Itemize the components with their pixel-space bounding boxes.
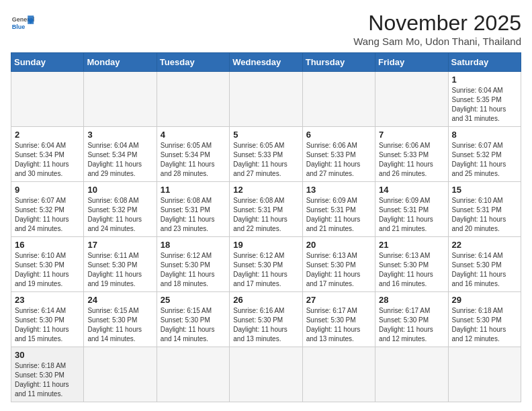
day-info: Sunrise: 6:06 AMSunset: 5:33 PMDaylight:… [379, 141, 444, 179]
day-number: 27 [306, 295, 371, 305]
calendar-week-4: 23Sunrise: 6:14 AMSunset: 5:30 PMDayligh… [11, 292, 521, 347]
day-number: 5 [233, 130, 298, 140]
calendar-cell: 14Sunrise: 6:09 AMSunset: 5:31 PMDayligh… [375, 182, 448, 237]
calendar-week-5: 30Sunrise: 6:18 AMSunset: 5:30 PMDayligh… [11, 347, 521, 402]
day-number: 4 [161, 130, 226, 140]
day-info: Sunrise: 6:09 AMSunset: 5:31 PMDaylight:… [379, 196, 444, 234]
calendar-cell: 28Sunrise: 6:17 AMSunset: 5:30 PMDayligh… [375, 292, 448, 347]
day-info: Sunrise: 6:15 AMSunset: 5:30 PMDaylight:… [161, 306, 226, 344]
day-info: Sunrise: 6:12 AMSunset: 5:30 PMDaylight:… [233, 251, 298, 289]
day-info: Sunrise: 6:04 AMSunset: 5:34 PMDaylight:… [15, 141, 80, 179]
calendar-cell [375, 347, 448, 402]
day-number: 7 [379, 130, 444, 140]
month-year-title: November 2025 [353, 11, 521, 36]
day-number: 17 [87, 240, 152, 250]
calendar-cell: 25Sunrise: 6:15 AMSunset: 5:30 PMDayligh… [157, 292, 229, 347]
calendar-cell: 22Sunrise: 6:14 AMSunset: 5:30 PMDayligh… [448, 237, 521, 292]
location-subtitle: Wang Sam Mo, Udon Thani, Thailand [353, 36, 521, 47]
day-number: 8 [452, 130, 517, 140]
calendar-cell [230, 347, 302, 402]
calendar-week-2: 9Sunrise: 6:07 AMSunset: 5:32 PMDaylight… [11, 182, 521, 237]
day-info: Sunrise: 6:10 AMSunset: 5:30 PMDaylight:… [15, 251, 80, 289]
calendar-cell: 19Sunrise: 6:12 AMSunset: 5:30 PMDayligh… [230, 237, 302, 292]
day-number: 13 [306, 185, 371, 195]
calendar-cell: 30Sunrise: 6:18 AMSunset: 5:30 PMDayligh… [11, 347, 84, 402]
calendar-cell: 12Sunrise: 6:08 AMSunset: 5:31 PMDayligh… [230, 182, 302, 237]
page-header: General Blue November 2025 Wang Sam Mo, … [11, 11, 521, 47]
calendar-cell [375, 72, 448, 127]
day-info: Sunrise: 6:17 AMSunset: 5:30 PMDaylight:… [379, 306, 444, 344]
calendar-cell [84, 347, 157, 402]
day-number: 14 [379, 185, 444, 195]
calendar-week-0: 1Sunrise: 6:04 AMSunset: 5:35 PMDaylight… [11, 72, 521, 127]
calendar-cell: 11Sunrise: 6:08 AMSunset: 5:31 PMDayligh… [157, 182, 229, 237]
day-number: 16 [15, 240, 80, 250]
day-number: 3 [87, 130, 152, 140]
weekday-header-friday: Friday [375, 53, 448, 72]
day-number: 10 [87, 185, 152, 195]
calendar-cell: 3Sunrise: 6:04 AMSunset: 5:34 PMDaylight… [84, 127, 157, 182]
calendar-cell: 10Sunrise: 6:08 AMSunset: 5:32 PMDayligh… [84, 182, 157, 237]
day-number: 25 [161, 295, 226, 305]
calendar-cell [302, 72, 375, 127]
calendar-cell [84, 72, 157, 127]
day-number: 26 [233, 295, 298, 305]
day-number: 1 [452, 75, 517, 85]
day-info: Sunrise: 6:14 AMSunset: 5:30 PMDaylight:… [452, 251, 517, 289]
calendar-cell: 16Sunrise: 6:10 AMSunset: 5:30 PMDayligh… [11, 237, 84, 292]
calendar-cell [230, 72, 302, 127]
day-number: 23 [15, 295, 80, 305]
day-number: 30 [15, 350, 80, 360]
calendar-week-1: 2Sunrise: 6:04 AMSunset: 5:34 PMDaylight… [11, 127, 521, 182]
day-info: Sunrise: 6:13 AMSunset: 5:30 PMDaylight:… [379, 251, 444, 289]
calendar-week-3: 16Sunrise: 6:10 AMSunset: 5:30 PMDayligh… [11, 237, 521, 292]
title-section: November 2025 Wang Sam Mo, Udon Thani, T… [353, 11, 521, 47]
day-number: 28 [379, 295, 444, 305]
calendar-cell: 4Sunrise: 6:05 AMSunset: 5:34 PMDaylight… [157, 127, 229, 182]
day-number: 18 [161, 240, 226, 250]
calendar-cell: 20Sunrise: 6:13 AMSunset: 5:30 PMDayligh… [302, 237, 375, 292]
day-info: Sunrise: 6:13 AMSunset: 5:30 PMDaylight:… [306, 251, 371, 289]
calendar-cell [11, 72, 84, 127]
calendar-cell [302, 347, 375, 402]
day-number: 21 [379, 240, 444, 250]
calendar-cell: 1Sunrise: 6:04 AMSunset: 5:35 PMDaylight… [448, 72, 521, 127]
day-info: Sunrise: 6:11 AMSunset: 5:30 PMDaylight:… [87, 251, 152, 289]
calendar-cell: 2Sunrise: 6:04 AMSunset: 5:34 PMDaylight… [11, 127, 84, 182]
weekday-header-saturday: Saturday [448, 53, 521, 72]
day-info: Sunrise: 6:18 AMSunset: 5:30 PMDaylight:… [15, 361, 80, 399]
day-number: 11 [161, 185, 226, 195]
day-info: Sunrise: 6:06 AMSunset: 5:33 PMDaylight:… [306, 141, 371, 179]
day-info: Sunrise: 6:08 AMSunset: 5:32 PMDaylight:… [87, 196, 152, 234]
day-number: 9 [15, 185, 80, 195]
day-info: Sunrise: 6:10 AMSunset: 5:31 PMDaylight:… [452, 196, 517, 234]
svg-text:Blue: Blue [12, 24, 26, 30]
calendar-cell: 15Sunrise: 6:10 AMSunset: 5:31 PMDayligh… [448, 182, 521, 237]
day-number: 15 [452, 185, 517, 195]
day-info: Sunrise: 6:15 AMSunset: 5:30 PMDaylight:… [87, 306, 152, 344]
weekday-header-wednesday: Wednesday [230, 53, 302, 72]
day-info: Sunrise: 6:08 AMSunset: 5:31 PMDaylight:… [161, 196, 226, 234]
calendar-cell: 7Sunrise: 6:06 AMSunset: 5:33 PMDaylight… [375, 127, 448, 182]
day-number: 22 [452, 240, 517, 250]
calendar-cell: 23Sunrise: 6:14 AMSunset: 5:30 PMDayligh… [11, 292, 84, 347]
day-info: Sunrise: 6:17 AMSunset: 5:30 PMDaylight:… [306, 306, 371, 344]
day-info: Sunrise: 6:14 AMSunset: 5:30 PMDaylight:… [15, 306, 80, 344]
calendar-cell: 26Sunrise: 6:16 AMSunset: 5:30 PMDayligh… [230, 292, 302, 347]
calendar-cell: 21Sunrise: 6:13 AMSunset: 5:30 PMDayligh… [375, 237, 448, 292]
calendar-cell: 5Sunrise: 6:05 AMSunset: 5:33 PMDaylight… [230, 127, 302, 182]
day-info: Sunrise: 6:09 AMSunset: 5:31 PMDaylight:… [306, 196, 371, 234]
calendar-cell [157, 72, 229, 127]
day-info: Sunrise: 6:07 AMSunset: 5:32 PMDaylight:… [452, 141, 517, 179]
day-number: 6 [306, 130, 371, 140]
day-number: 12 [233, 185, 298, 195]
day-info: Sunrise: 6:04 AMSunset: 5:35 PMDaylight:… [452, 86, 517, 124]
logo-icon: General Blue [11, 11, 35, 35]
day-info: Sunrise: 6:08 AMSunset: 5:31 PMDaylight:… [233, 196, 298, 234]
calendar-cell: 9Sunrise: 6:07 AMSunset: 5:32 PMDaylight… [11, 182, 84, 237]
calendar-cell: 29Sunrise: 6:18 AMSunset: 5:30 PMDayligh… [448, 292, 521, 347]
day-info: Sunrise: 6:05 AMSunset: 5:33 PMDaylight:… [233, 141, 298, 179]
day-info: Sunrise: 6:05 AMSunset: 5:34 PMDaylight:… [161, 141, 226, 179]
calendar-cell: 13Sunrise: 6:09 AMSunset: 5:31 PMDayligh… [302, 182, 375, 237]
calendar-cell: 18Sunrise: 6:12 AMSunset: 5:30 PMDayligh… [157, 237, 229, 292]
